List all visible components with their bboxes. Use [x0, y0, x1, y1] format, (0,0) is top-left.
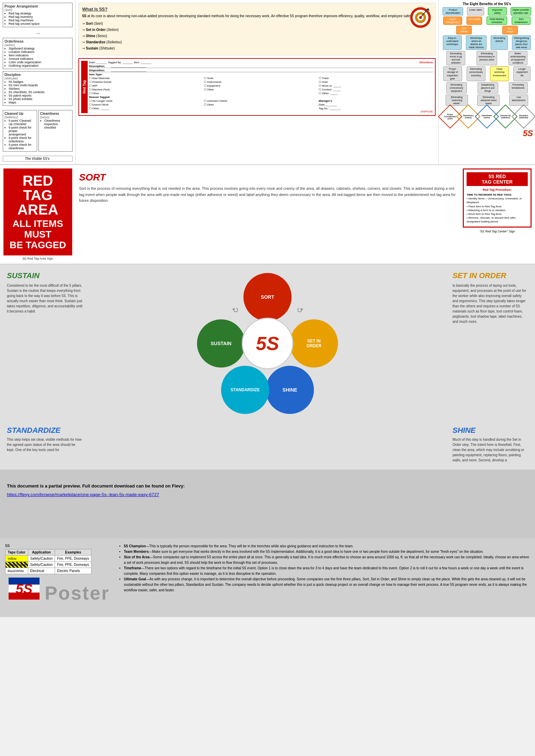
tape-ex-black-yellow: Fire, PPE, Doorways: [55, 562, 91, 568]
bottom-spacer: [88, 426, 447, 463]
red-tag-form: Red Tag Date: _______ Tagged By: _______…: [78, 58, 436, 116]
petal-sustain: SUSTAIN: [197, 319, 245, 368]
benefit-eliminating-errors: Eliminating errors in jig and tool selec…: [446, 51, 465, 65]
tape-col-color: Tape Color: [6, 549, 28, 556]
benefit-zero-breakdowns: Zero breakdowns: [512, 17, 531, 25]
cleaned-up-title: Cleaned Up: [4, 112, 35, 116]
preview-link[interactable]: https://flevy.com/browse/marketplace/one…: [7, 492, 159, 497]
sort-title: SORT: [79, 172, 456, 183]
tape-row-yellow: Yellow Safety/Caution Fire, PPE, Doorway…: [6, 556, 91, 562]
benefit-solid-delivery: Solid delivery schedules: [487, 17, 507, 25]
cleanliness-title: Cleanliness: [40, 112, 71, 116]
rtc-title: 5S REDTAG CENTER: [467, 172, 528, 186]
petal-set-in-order: SET INORDER: [290, 319, 338, 368]
bullet-timeframe: Timeframe—There are two options with reg…: [124, 566, 530, 577]
benefit-clean-workshop: Clean workshop environment: [490, 66, 509, 81]
set-in-order-text: Is basically the process of laying out t…: [452, 283, 528, 324]
tape-row-black-yellow: Black/Yellow Safety/Caution Fire, PPE, D…: [6, 562, 91, 568]
5s-steps: ⇒ Sort (Seiri) ⇒ Set in Order (Seiton) ⇒…: [82, 21, 432, 52]
proper-arrangement-list: Red tag strategy Red tag inventory Red t…: [4, 12, 71, 25]
petal-shine: SHINE: [266, 366, 314, 414]
orderliness-subtitle: (seiton): [4, 43, 71, 47]
tape-col-application: Application: [28, 549, 55, 556]
red-tag-center-box: 5S REDTAG CENTER Red Tag Procedure: TIME…: [463, 168, 532, 228]
sort-text: Sort is the process of removing everythi…: [79, 186, 456, 204]
benefit-distinguishing: Distinguishing dangerous places from saf…: [512, 35, 531, 50]
tape-table: Tape Color Application Examples Yellow S…: [5, 549, 91, 574]
red-tag-center-wrapper: 5S REDTAG CENTER Red Tag Procedure: TIME…: [463, 168, 532, 260]
red-tag-title: RED TAGAREA: [9, 174, 67, 217]
benefit-proper-storage: Proper storage of inspection gear: [443, 66, 462, 81]
left-column: Proper Arrangement (seiri) Red tag strat…: [0, 0, 76, 164]
benefit-eliminating-searching: Eliminating "searching waste": [446, 95, 468, 106]
benefit-zero-defects: Zero defects: [456, 26, 472, 34]
tape-app-black-yellow: Safety/Caution: [28, 562, 55, 568]
what-is-5s-title: What Is 5S?: [82, 7, 432, 12]
rtc-subtitle: Red Tag Procedure:: [467, 188, 528, 191]
benefit-better-understanding: Better understanding of equipment condit…: [509, 51, 527, 65]
tape-app-yellow: Safety/Caution: [28, 556, 55, 562]
tape-ex-black-white: Electric Panels: [55, 568, 91, 574]
bottom-text-column: 5S Champion—This is typically the person…: [118, 544, 530, 593]
set-in-order-title: SET IN ORDER: [452, 271, 528, 280]
5s-logo-svg: 5S: [9, 578, 40, 609]
standardize-pillar: STANDARDIZE This step helps set clear, v…: [7, 426, 83, 463]
poster-logo: 5S: [9, 578, 40, 609]
sustain-pillar: SUSTAIN Considered to be the most diffic…: [7, 271, 83, 314]
discipline-subtitle: (shitsuke): [4, 77, 71, 80]
tape-app-black-white: Electrical: [28, 568, 55, 574]
diamond-discipline: Discipline (shitsuke): [512, 105, 535, 129]
pillars-bottom-row: STANDARDIZE This step helps set clear, v…: [0, 423, 535, 470]
bottom-left: 5S Tape Color Application Examples Yello…: [5, 544, 113, 612]
red-tag-vertical-label: Red Tag: [81, 61, 88, 113]
cleanliness-list: Cleanliness inspection checklist: [40, 119, 71, 129]
target-icon: [410, 7, 432, 29]
cleaned-up-subtitle: (seiketsu): [4, 116, 35, 119]
what-is-5s-box: What Is 5S? 5S at its core is about remo…: [78, 3, 436, 55]
poster-area: 5S Poster: [5, 574, 113, 612]
benefit-lower-sales: Lower sales: [467, 7, 484, 15]
bottom-section: 5S Tape Color Application Examples Yello…: [0, 538, 535, 617]
flower-wrapper: ↻ ↺ ↻ ↺ SORT SET INORDER SHINE STANDARDI…: [88, 271, 447, 416]
benefits-diagram: Product diversification Lower sales Impr…: [441, 7, 533, 139]
discipline-box: Discipline (shitsuke) 5S badges 5S mini …: [3, 71, 73, 106]
benefit-eliminating-stock: Eliminating unnecessary in-process stock: [477, 51, 497, 65]
proper-arrangement-box: Proper Arrangement (seiri) Red tag strat…: [3, 3, 73, 27]
benefit-higher-changeovers: Higher changeovers: [443, 17, 462, 25]
5s-section-label: 5S: [5, 544, 113, 548]
bottom-bullets: 5S Champion—This is typically the person…: [118, 544, 530, 593]
orderliness-title: Orderliness: [4, 40, 71, 43]
standardize-title: STANDARDIZE: [7, 426, 83, 435]
cleanliness-box: Cleanliness (seiso) Cleanliness inspecti…: [39, 110, 73, 152]
bullet-champion: 5S Champion—This is typically the person…: [124, 544, 530, 549]
benefit-improved-safety: Improved safety: [488, 7, 507, 15]
sustain-title: SUSTAIN: [7, 271, 83, 280]
what-is-5s-intro: 5S at its core is about removing non-val…: [82, 14, 432, 19]
orderliness-box: Orderliness (seiton) Signboard strategy …: [3, 38, 73, 69]
bullet-ultimate-goal: Ultimate Goal—As with any process change…: [124, 577, 530, 593]
benefit-eliminating-defects: Eliminating defects: [491, 35, 508, 50]
red-tag-sign: RED TAGAREA ALL ITEMS MUSTBE TAGGED: [3, 168, 72, 255]
proper-arrangement-subtitle: (seiri): [4, 8, 71, 12]
benefit-eliminating-equip: Eliminating unnecessary equipment: [446, 82, 467, 94]
cleanliness-subtitle: (seiso): [40, 116, 71, 119]
benefit-eliminating-setup: Eliminating setup/set down waste: [477, 95, 500, 106]
flower-arrow-tl: ↻: [231, 305, 241, 316]
benefit-longer-life: Longer equipment life: [513, 66, 531, 81]
benefit-establishing-places: Establishing places to put things: [478, 82, 498, 94]
sustain-text: Considered to be the most difficult of t…: [7, 283, 83, 314]
shine-title: SHINE: [452, 426, 528, 435]
bullet-team-members: Team Members—Make sure to get everyone t…: [124, 549, 530, 555]
middle-section: RED TAGAREA ALL ITEMS MUSTBE TAGGED (b) …: [0, 165, 535, 264]
red-tag-sign-wrapper: RED TAGAREA ALL ITEMS MUSTBE TAGGED (b) …: [3, 168, 72, 260]
tape-ex-yellow: Fire, PPE, Doorways: [55, 556, 91, 562]
red-tag-content: Date: _______ Tagged By: _______ Item: _…: [89, 61, 433, 113]
set-in-order-pillar: SET IN ORDER Is basically the process of…: [452, 271, 528, 324]
visible-5s-label: The Visible 5S's.: [3, 156, 73, 162]
benefit-low-absenteeism: Low absenteeism: [509, 95, 528, 106]
red-tag-sign-caption: (b) Red Tag Area Sign: [23, 257, 53, 260]
petal-standardize: STANDARDIZE: [221, 366, 269, 414]
pillars-section: SUSTAIN Considered to be the most diffic…: [0, 264, 535, 423]
preview-section: This document is a partial preview. Full…: [0, 470, 535, 538]
tape-color-black-white: Black/White: [6, 568, 28, 574]
